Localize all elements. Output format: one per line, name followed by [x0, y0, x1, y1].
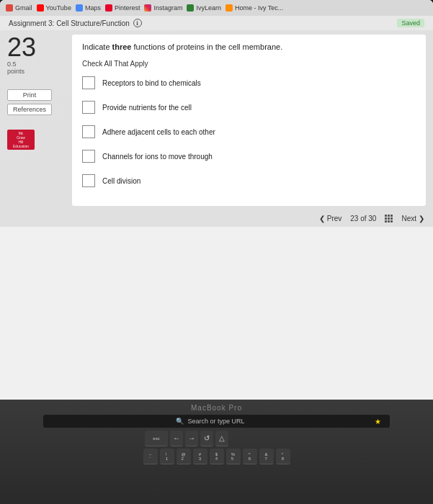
home-icon	[226, 4, 233, 12]
key-3[interactable]: #3	[193, 449, 207, 464]
gmail-icon	[6, 4, 13, 12]
tab-ivylearn-label: IvyLearn	[196, 4, 221, 12]
breadcrumb: Assignment 3: Cell Structure/Function ℹ …	[0, 16, 433, 30]
checkbox-3[interactable]	[82, 125, 95, 138]
content-area: Indicate three functions of proteins in …	[72, 35, 426, 206]
bottom-nav: ❮ Prev 23 of 30 Next ❯	[0, 210, 433, 227]
key-back[interactable]: ←	[170, 431, 183, 446]
option-1-text: Receptors to bind to chemicals	[102, 79, 201, 87]
pinterest-icon	[105, 4, 112, 12]
option-5-text: Cell division	[102, 177, 140, 185]
key-5[interactable]: %5	[226, 449, 241, 464]
key-4[interactable]: $4	[210, 449, 224, 464]
option-4: Channels for ions to move through	[82, 150, 416, 163]
page-indicator: 23 of 30	[350, 215, 376, 222]
star-icon: ★	[375, 418, 381, 426]
grid-icon[interactable]	[385, 215, 393, 222]
tab-maps[interactable]: Maps	[76, 4, 101, 12]
key-tilde[interactable]: ~`	[143, 449, 158, 464]
option-4-text: Channels for ions to move through	[102, 153, 213, 161]
tab-youtube-label: YouTube	[46, 4, 71, 12]
browser-tabs: Gmail YouTube Maps Pinterest Instagram I…	[0, 0, 433, 16]
key-row-2: ~` !1 @2 #3 $4 %5 ^6 &7 *8	[14, 449, 419, 464]
question-text: Indicate three functions of proteins in …	[82, 42, 416, 53]
key-amp[interactable]: &7	[259, 449, 274, 464]
tab-ivylearn[interactable]: IvyLearn	[187, 4, 221, 12]
next-label: Next	[401, 215, 416, 222]
checkbox-2[interactable]	[82, 101, 95, 114]
search-icon: 🔍	[176, 418, 184, 425]
prev-chevron-icon: ❮	[319, 215, 325, 222]
tab-pinterest-label: Pinterest	[115, 4, 140, 12]
option-3-text: Adhere adjacent cells to each other	[102, 128, 215, 136]
key-upload[interactable]: △	[215, 431, 228, 446]
sidebar: 23 0.5points Print References Mc Graw Hi…	[7, 35, 65, 206]
option-3: Adhere adjacent cells to each other	[82, 125, 416, 138]
option-1: Receptors to bind to chemicals	[82, 76, 416, 89]
tab-instagram[interactable]: Instagram	[144, 4, 182, 12]
option-2-text: Provide nutrients for the cell	[102, 104, 192, 112]
ivylearn-icon	[187, 4, 194, 12]
keyboard-rows: esc ← → ↺ △ ~` !1 @2 #3 $4 %5 ^6 &7 *8	[0, 428, 433, 464]
key-1[interactable]: !1	[160, 449, 174, 464]
question-number: 23	[7, 35, 65, 60]
print-button[interactable]: Print	[7, 89, 52, 101]
tab-maps-label: Maps	[85, 4, 101, 12]
macbook-label: MacBook Pro	[0, 400, 433, 415]
mcgraw-text: Mc Graw Hill Education	[13, 131, 29, 148]
tab-home-label: Home - Ivy Tec...	[235, 4, 283, 12]
next-chevron-icon: ❯	[419, 215, 424, 222]
instagram-icon	[144, 4, 151, 12]
references-button[interactable]: References	[7, 104, 52, 115]
key-esc[interactable]: esc	[145, 431, 168, 446]
breadcrumb-text: Assignment 3: Cell Structure/Function	[9, 19, 130, 27]
key-forward[interactable]: →	[185, 431, 198, 446]
next-button[interactable]: Next ❯	[401, 215, 424, 222]
key-6[interactable]: ^6	[243, 449, 257, 464]
checkbox-5[interactable]	[82, 174, 95, 187]
key-2[interactable]: @2	[177, 449, 191, 464]
maps-icon	[76, 4, 83, 12]
tab-pinterest[interactable]: Pinterest	[105, 4, 140, 12]
youtube-icon	[37, 4, 44, 12]
prev-button[interactable]: ❮ Prev	[319, 215, 342, 222]
tab-youtube[interactable]: YouTube	[37, 4, 71, 12]
check-all-label: Check All That Apply	[82, 60, 416, 68]
mcgraw-logo: Mc Graw Hill Education	[7, 130, 35, 150]
main-content: 23 0.5points Print References Mc Graw Hi…	[0, 30, 433, 210]
tab-gmail-label: Gmail	[15, 4, 32, 12]
saved-badge: Saved	[397, 19, 424, 27]
checkbox-4[interactable]	[82, 150, 95, 163]
key-star-kb[interactable]: *8	[276, 449, 290, 464]
option-2: Provide nutrients for the cell	[82, 101, 416, 114]
touchbar: 🔍 Search or type URL ★	[43, 415, 390, 428]
info-icon[interactable]: ℹ	[133, 19, 142, 27]
option-5: Cell division	[82, 174, 416, 187]
keyboard-area: MacBook Pro 🔍 Search or type URL ★ esc ←…	[0, 400, 433, 504]
points-label: 0.5points	[7, 60, 65, 75]
prev-label: Prev	[327, 215, 342, 222]
touchbar-search-text: Search or type URL	[187, 418, 244, 425]
tab-instagram-label: Instagram	[153, 4, 182, 12]
tab-home[interactable]: Home - Ivy Tec...	[226, 4, 283, 12]
key-row-1: esc ← → ↺ △	[14, 431, 419, 446]
key-refresh[interactable]: ↺	[200, 431, 213, 446]
checkbox-1[interactable]	[82, 76, 95, 89]
tab-gmail[interactable]: Gmail	[6, 4, 32, 12]
touchbar-search[interactable]: 🔍 Search or type URL	[52, 418, 369, 425]
